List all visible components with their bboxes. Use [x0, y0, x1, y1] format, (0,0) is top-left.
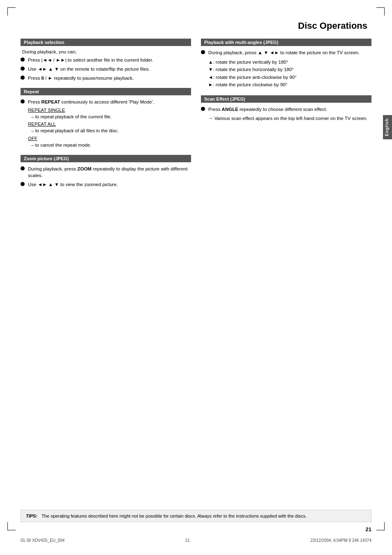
left-column: Playback selection During playback, you … — [21, 39, 191, 194]
page-title: Disc Operations — [21, 21, 371, 31]
scan-effect-arrow: → Various scan effect appears on the top… — [208, 115, 371, 122]
tips-text: The operating features described here mi… — [42, 514, 307, 518]
bullet-icon-scan — [201, 107, 205, 111]
rotate-item-1: ▲: rotate the picture vertically by 180° — [208, 58, 371, 66]
repeat-off-text: to cancel the repeat mode. — [31, 142, 191, 148]
bullet-icon-angles — [201, 50, 205, 54]
repeat-all-text: to repeat playback of all files in the d… — [31, 127, 191, 134]
repeat-single-text: to repeat playback of the current file. — [31, 113, 191, 120]
side-tab-english: English — [383, 115, 392, 139]
bullet-icon-2 — [21, 67, 25, 71]
footer: 01-30 XDV425_EU_004 21 23/12/2004, 6:04P… — [21, 538, 371, 543]
multi-angles-section: Playback with multi-angles (JPEG) During… — [201, 39, 371, 89]
repeat-section: Repeat Press REPEAT continuously to acce… — [21, 88, 191, 148]
footer-right: 23/12/2004, 6:04PM 9 246 14374 — [311, 538, 371, 543]
playback-text-2: Use ◄► ▲ ▼ on the remote to rotate/flip … — [28, 66, 191, 72]
bullet-icon-repeat — [21, 99, 25, 104]
footer-left: 01-30 XDV425_EU_004 — [21, 538, 65, 543]
page-container: English Disc Operations Playback selecti… — [0, 0, 392, 555]
main-content: Playback selection During playback, you … — [21, 39, 371, 194]
zoom-item-2: Use ◄► ▲ ▼ to view the zoomed picture. — [21, 181, 191, 188]
zoom-text-1: During playback, press ZOOM repeatedly t… — [28, 166, 191, 179]
corner-mark-tr — [376, 7, 385, 16]
playback-item-3: Press II / ► repeatedly to pause/resume … — [21, 75, 191, 81]
repeat-sub-all: REPEAT ALL to repeat playback of all fil… — [28, 122, 191, 134]
zoom-text-2: Use ◄► ▲ ▼ to view the zoomed picture. — [28, 181, 191, 188]
repeat-bullet: Press REPEAT continuously to access diff… — [21, 99, 191, 105]
tips-label: TIPS: — [26, 514, 37, 518]
scan-effect-bullet: Press ANGLE repeatedly to choose differe… — [201, 106, 371, 113]
bullet-icon-3 — [21, 76, 25, 80]
footer-center: 21 — [185, 538, 190, 543]
bullet-icon-zoom2 — [21, 182, 25, 186]
corner-mark-tl — [7, 7, 16, 16]
repeat-sub-off: OFF to cancel the repeat mode. — [28, 136, 191, 148]
multi-angles-header: Playback with multi-angles (JPEG) — [201, 39, 371, 46]
zoom-item-1: During playback, press ZOOM repeatedly t… — [21, 166, 191, 179]
rotate-item-2: ▼: rotate the picture horizontally by 18… — [208, 66, 371, 73]
repeat-single-header: REPEAT SINGLE — [28, 108, 191, 113]
zoom-section: Zoom picture (JPEG) During playback, pre… — [21, 155, 191, 188]
repeat-off-header: OFF — [28, 136, 191, 141]
scan-effect-header: Scan Effect (JPEG) — [201, 95, 371, 103]
repeat-bullet-text: Press REPEAT continuously to access diff… — [28, 99, 191, 105]
playback-text-1: Press |◄◄ / ►►| to select another file i… — [28, 57, 191, 63]
scan-effect-text: Press ANGLE repeatedly to choose differe… — [208, 106, 371, 113]
playback-item-1: Press |◄◄ / ►►| to select another file i… — [21, 57, 191, 63]
scan-effect-section: Scan Effect (JPEG) Press ANGLE repeatedl… — [201, 95, 371, 122]
page-number: 21 — [366, 526, 371, 532]
repeat-sub-single: REPEAT SINGLE to repeat playback of the … — [28, 108, 191, 120]
zoom-header: Zoom picture (JPEG) — [21, 155, 191, 162]
multi-angles-text: During playback, press ▲ ▼ ◄► to rotate … — [208, 49, 371, 56]
repeat-header: Repeat — [21, 88, 191, 95]
multi-angles-bullet: During playback, press ▲ ▼ ◄► to rotate … — [201, 49, 371, 56]
bullet-icon-zoom1 — [21, 166, 25, 170]
rotate-item-4: ►: rotate the picture clockwise by 90° — [208, 81, 371, 88]
playback-text-3: Press II / ► repeatedly to pause/resume … — [28, 75, 191, 81]
bullet-icon-1 — [21, 58, 25, 62]
playback-item-2: Use ◄► ▲ ▼ on the remote to rotate/flip … — [21, 66, 191, 72]
right-column: Playback with multi-angles (JPEG) During… — [201, 39, 371, 194]
playback-selection-section: Playback selection During playback, you … — [21, 39, 191, 81]
corner-mark-bl — [7, 522, 16, 530]
corner-mark-br — [376, 522, 385, 530]
repeat-all-header: REPEAT ALL — [28, 122, 191, 127]
tips-box: TIPS: The operating features described h… — [21, 510, 371, 522]
playback-intro: During playback, you can; — [22, 49, 191, 54]
rotate-list: ▲: rotate the picture vertically by 180°… — [208, 58, 371, 89]
rotate-item-3: ◄: rotate the picture anti-clockwise by … — [208, 74, 371, 81]
playback-selection-header: Playback selection — [21, 39, 191, 46]
